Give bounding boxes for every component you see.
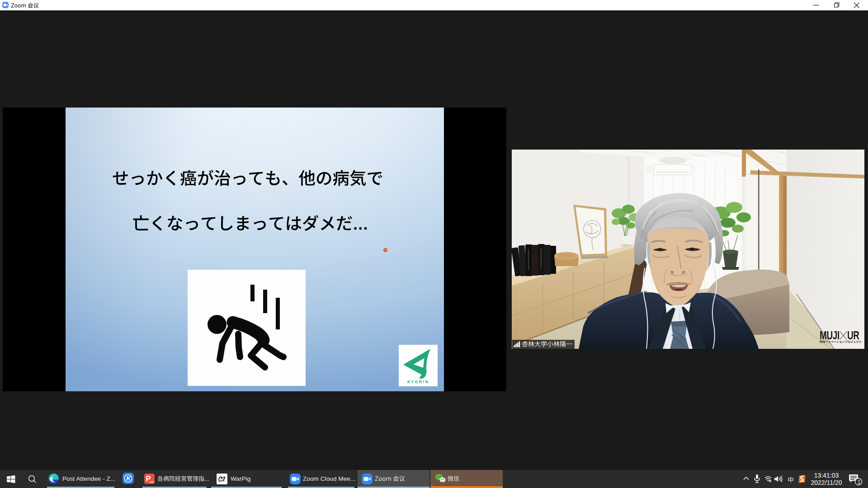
svg-text:K: K (126, 475, 131, 482)
svg-text:PDF: PDF (150, 481, 154, 483)
svg-text:UR: UR (847, 329, 859, 342)
svg-text:KYORIN: KYORIN (407, 380, 429, 384)
svg-text:MUJI: MUJI (820, 329, 840, 342)
svg-text:1: 1 (858, 479, 861, 485)
